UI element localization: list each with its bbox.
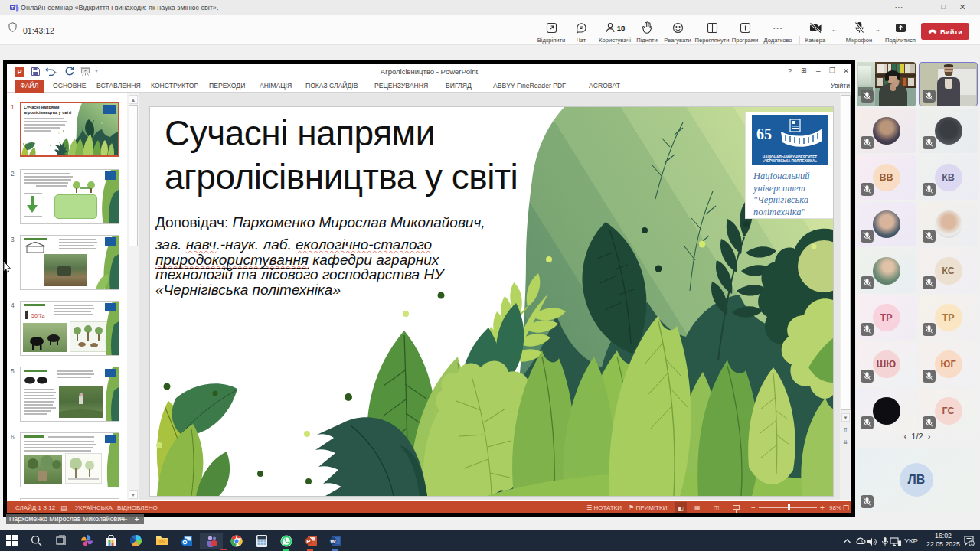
svg-text:1: 1 [970,540,973,546]
svg-text:50/7a: 50/7a [31,313,45,318]
